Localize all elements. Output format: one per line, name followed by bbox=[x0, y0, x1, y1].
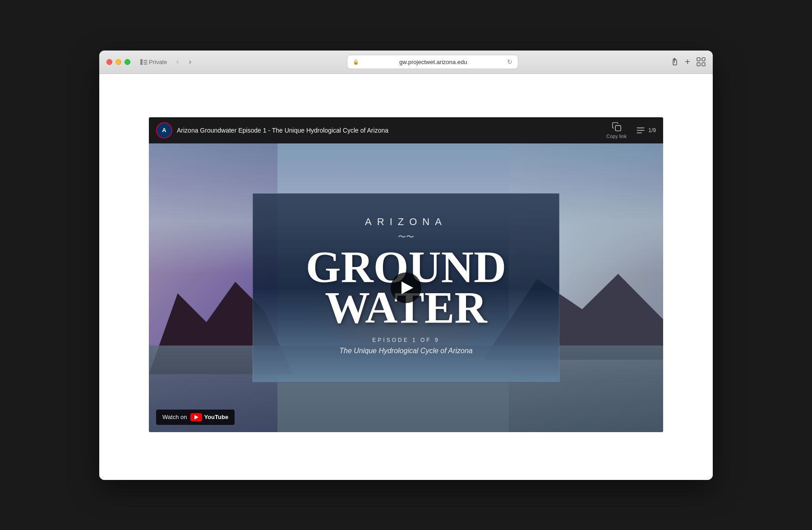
youtube-label: YouTube bbox=[204, 414, 228, 420]
svg-rect-3 bbox=[697, 63, 700, 66]
card-episode: EPISODE 1 OF 9 bbox=[271, 337, 541, 343]
address-bar[interactable]: 🔒 gw.projectwet.arizona.edu ↻ bbox=[347, 55, 518, 69]
video-thumbnail[interactable]: ARIZONA 〜〜 GROUND WATER EPISODE 1 OF 9 T… bbox=[149, 143, 663, 432]
card-flourish: 〜〜 bbox=[271, 231, 541, 242]
copy-link-label: Copy link bbox=[606, 134, 627, 139]
watch-on-youtube[interactable]: Watch on YouTube bbox=[156, 410, 235, 425]
video-player: A Arizona Groundwater Episode 1 - The Un… bbox=[149, 117, 663, 432]
playlist-button[interactable]: 1/9 bbox=[636, 125, 656, 135]
video-header-actions: Copy link 1/9 bbox=[606, 122, 656, 139]
play-triangle-icon bbox=[401, 281, 413, 294]
minimize-button[interactable] bbox=[115, 59, 121, 65]
sidebar-toggle[interactable]: Private bbox=[138, 57, 170, 67]
svg-rect-5 bbox=[615, 125, 621, 131]
youtube-icon bbox=[190, 413, 202, 421]
share-button[interactable] bbox=[670, 57, 678, 66]
forward-button[interactable]: › bbox=[185, 57, 195, 67]
channel-avatar: A bbox=[156, 122, 172, 138]
sidebar-icon bbox=[140, 59, 148, 65]
svg-rect-2 bbox=[702, 58, 705, 61]
svg-rect-4 bbox=[702, 63, 705, 66]
video-header: A Arizona Groundwater Episode 1 - The Un… bbox=[149, 117, 663, 143]
back-button[interactable]: ‹ bbox=[172, 57, 182, 67]
refresh-button[interactable]: ↻ bbox=[507, 58, 512, 65]
play-button[interactable] bbox=[391, 272, 421, 303]
private-label: Private bbox=[149, 59, 167, 65]
card-subtitle: The Unique Hydrological Cycle of Arizona bbox=[271, 347, 541, 355]
url-text: gw.projectwet.arizona.edu bbox=[362, 59, 504, 65]
address-bar-container: 🔒 gw.projectwet.arizona.edu ↻ bbox=[200, 55, 665, 69]
traffic-lights bbox=[106, 59, 130, 65]
maximize-button[interactable] bbox=[125, 59, 130, 65]
video-title: Arizona Groundwater Episode 1 - The Uniq… bbox=[177, 127, 602, 134]
new-tab-button[interactable]: + bbox=[685, 57, 690, 67]
card-arizona: ARIZONA bbox=[271, 216, 541, 228]
playlist-count: 1/9 bbox=[648, 127, 656, 134]
svg-rect-1 bbox=[697, 58, 700, 61]
browser-actions: + bbox=[670, 57, 706, 67]
grid-button[interactable] bbox=[697, 57, 706, 66]
browser-titlebar: Private ‹ › 🔒 gw.projectwet.arizona.edu … bbox=[99, 51, 713, 74]
svg-rect-0 bbox=[673, 60, 677, 65]
youtube-logo: YouTube bbox=[190, 413, 228, 421]
browser-window: Private ‹ › 🔒 gw.projectwet.arizona.edu … bbox=[99, 51, 713, 480]
new-tab-icon: + bbox=[685, 57, 690, 67]
browser-content: A Arizona Groundwater Episode 1 - The Un… bbox=[99, 74, 713, 480]
browser-controls: Private ‹ › bbox=[138, 57, 195, 67]
copy-link-button[interactable]: Copy link bbox=[606, 122, 627, 139]
watch-on-label: Watch on bbox=[162, 414, 187, 420]
lock-icon: 🔒 bbox=[353, 59, 359, 65]
youtube-play-icon bbox=[194, 415, 198, 419]
close-button[interactable] bbox=[106, 59, 112, 65]
